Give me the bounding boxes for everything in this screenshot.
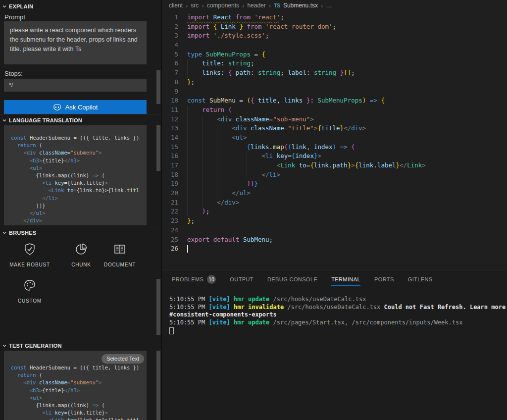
- editor-line[interactable]: 26: [162, 244, 507, 254]
- ask-copilot-button[interactable]: Ask Copilot: [4, 100, 147, 114]
- section-header-brushes[interactable]: BRUSHES: [0, 227, 162, 238]
- snippet-line: return (: [11, 142, 147, 149]
- panel-tab-problems[interactable]: PROBLEMS10: [172, 270, 216, 288]
- prompt-textarea[interactable]: please write a react component which ren…: [4, 21, 147, 64]
- breadcrumb-item[interactable]: header: [247, 2, 265, 9]
- terminal-output: 5:10:55 PM [vite] hmr update /src/hooks/…: [169, 296, 507, 334]
- problems-count-badge: 10: [207, 275, 216, 284]
- line-number: 18: [162, 170, 178, 180]
- breadcrumb-filename[interactable]: Submenu.tsx: [283, 2, 318, 9]
- brush-custom[interactable]: CUSTOM: [10, 279, 50, 304]
- line-number: 11: [162, 105, 178, 115]
- editor-line[interactable]: 22 );: [162, 207, 507, 216]
- snippet-line: <Link to={link.to}>{link.titl: [11, 187, 147, 194]
- snippet-line: <li key={link.title}>: [11, 409, 147, 417]
- breadcrumb-item[interactable]: client: [169, 2, 183, 9]
- snippet-line: return (: [11, 371, 147, 379]
- brush-label: CHUNK: [71, 262, 91, 267]
- brush-document[interactable]: DOCUMENT: [100, 243, 140, 267]
- panel-tab-terminal[interactable]: TERMINAL: [331, 270, 360, 288]
- editor-line[interactable]: 20 </ul>: [162, 189, 507, 198]
- text-cursor: [187, 245, 188, 253]
- editor-line[interactable]: 16 <li key={index}>: [162, 152, 507, 161]
- sidebar-scrollbar-thumb[interactable]: [156, 125, 160, 171]
- editor-line[interactable]: 4: [162, 41, 507, 50]
- editor-line[interactable]: 13 <div className="title">{title}</div>: [162, 124, 507, 133]
- editor-line[interactable]: 5type SubMenuProps = {: [162, 50, 507, 59]
- editor-line[interactable]: 9: [162, 87, 507, 97]
- line-number: 8: [162, 78, 178, 87]
- editor-line[interactable]: 25export default SubMenu;: [162, 235, 507, 245]
- editor-line[interactable]: 12 <div className="sub-menu">: [162, 115, 507, 124]
- snippet-line: {links.map((link) => (: [11, 402, 147, 409]
- breadcrumb: client›src›components›header›TSSubmenu.t…: [169, 0, 332, 11]
- editor-line[interactable]: 14 <ul>: [162, 133, 507, 143]
- line-number: 1: [162, 13, 178, 22]
- breadcrumb-item[interactable]: components: [207, 2, 239, 9]
- sidebar-scrollbar-thumb[interactable]: [156, 351, 160, 420]
- panel-tab-gitlens[interactable]: GITLENS: [408, 270, 433, 288]
- editor-line[interactable]: 15 {links.map((link, index) => (: [162, 143, 507, 152]
- stops-label: Stops:: [4, 70, 23, 77]
- panel-tab-ports[interactable]: PORTS: [374, 270, 394, 288]
- line-number: 14: [162, 133, 178, 143]
- editor-line[interactable]: 21 </div>: [162, 198, 507, 208]
- stops-input[interactable]: */: [4, 79, 147, 92]
- brush-label: MAKE ROBUST: [9, 262, 50, 267]
- section-title: BRUSHES: [9, 230, 36, 236]
- panel-tab-debug-console[interactable]: DEBUG CONSOLE: [267, 270, 317, 288]
- language-translation-code-block: const HeaderSubmenu = (({ title, links }…: [4, 125, 147, 225]
- terminal-line: 5:10:55 PM [vite] hmr invalidate /src/ho…: [169, 304, 507, 312]
- snippet-line: const HeaderSubmenu = (({ title, links }…: [11, 364, 147, 371]
- copilot-sidebar: EXPLAIN Prompt please write a react comp…: [0, 0, 162, 420]
- breadcrumb-separator: ›: [269, 2, 271, 9]
- editor-line[interactable]: 19 ))}: [162, 179, 507, 189]
- snippet-line: const HeaderSubmenu = (({ title, links }…: [11, 134, 147, 142]
- line-number: 17: [162, 161, 178, 170]
- code-editor: client›src›components›header›TSSubmenu.t…: [162, 0, 507, 270]
- section-header-test-generation[interactable]: TEST GENERATION: [0, 340, 162, 351]
- editor-line[interactable]: 1import React from 'react';: [162, 13, 507, 22]
- breadcrumb-item[interactable]: src: [191, 2, 199, 9]
- section-title: TEST GENERATION: [9, 343, 62, 349]
- editor-line[interactable]: 23};: [162, 216, 507, 226]
- snippet-line: <h3>{title}</h3>: [11, 387, 147, 394]
- editor-line[interactable]: 8};: [162, 78, 507, 87]
- code-lines: 1import React from 'react';2import { Lin…: [162, 13, 507, 254]
- section-header-language-translation[interactable]: LANGUAGE TRANSLATION: [0, 114, 162, 125]
- editor-line[interactable]: 7 links: { path: string; label: string }…: [162, 68, 507, 78]
- editor-line[interactable]: 6 title: string;: [162, 59, 507, 68]
- panel-tab-label: PORTS: [374, 276, 394, 282]
- editor-line[interactable]: 2import { Link } from 'react-router-dom'…: [162, 22, 507, 32]
- copilot-icon: [53, 104, 61, 110]
- line-number: 24: [162, 226, 178, 235]
- test-generation-code-block: const HeaderSubmenu = (({ title, links }…: [4, 351, 147, 420]
- editor-line[interactable]: 24: [162, 226, 507, 235]
- breadcrumb-separator: ›: [202, 2, 203, 9]
- editor-line[interactable]: 17 <Link to={link.path}>{link.label}</Li…: [162, 161, 507, 170]
- editor-line[interactable]: 10const SubMenu = ({ title, links }: Sub…: [162, 96, 507, 105]
- snippet-line: </ul>: [11, 210, 147, 217]
- editor-line[interactable]: 3import './style.scss';: [162, 31, 507, 41]
- pie-chart-icon: [75, 243, 88, 258]
- line-number: 13: [162, 124, 178, 133]
- chevron-down-icon: [2, 230, 7, 235]
- editor-line[interactable]: 11 return (: [162, 105, 507, 115]
- line-number: 15: [162, 143, 178, 152]
- snippet-line: <div className="submenu">: [11, 149, 147, 157]
- snippet-line: {links.map((link) => (: [11, 172, 147, 179]
- sidebar-scrollbar-thumb[interactable]: [156, 279, 160, 335]
- snippet-line: <ul>: [11, 394, 147, 402]
- sidebar-scrollbar-thumb[interactable]: [156, 70, 160, 104]
- brush-chunk[interactable]: CHUNK: [61, 243, 101, 267]
- panel-tabs: PROBLEMS10OUTPUTDEBUG CONSOLETERMINALPOR…: [172, 270, 433, 288]
- breadcrumb-more[interactable]: …: [326, 2, 332, 9]
- brush-make-robust[interactable]: MAKE ROBUST: [10, 243, 50, 267]
- line-number: 9: [162, 87, 178, 97]
- editor-line[interactable]: 18 </li>: [162, 170, 507, 180]
- panel-tab-output[interactable]: OUTPUT: [230, 270, 254, 288]
- terminal-line: 5:10:55 PM [vite] hmr update /src/hooks/…: [169, 296, 507, 304]
- panel-tab-label: TERMINAL: [331, 276, 360, 282]
- section-title: LANGUAGE TRANSLATION: [9, 117, 82, 123]
- section-header-explain[interactable]: EXPLAIN: [0, 1, 162, 12]
